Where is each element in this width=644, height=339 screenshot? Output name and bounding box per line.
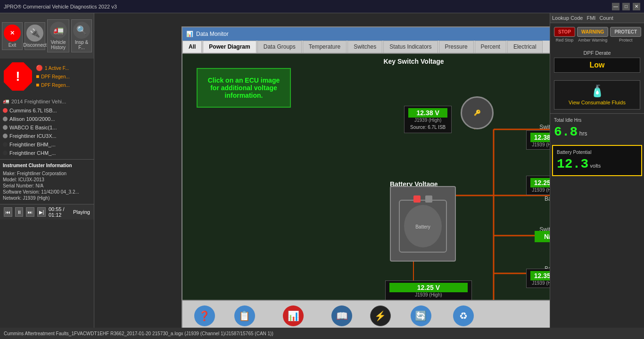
electrical-tips-button[interactable]: ⚡ Electrical Tips [362,304,399,328]
tab-all[interactable]: All [182,41,202,53]
connector-info-icon: ❓ [194,305,215,326]
ecu-item-wabco[interactable]: WABCO E Basic(1... [2,123,92,132]
ecu-item-icu[interactable]: Freightliner ICU3X... [2,132,92,140]
red-stop-status: STOP Red Stop [554,27,575,42]
vehicle-icon: 🚛 [3,98,9,104]
battery-voltage-value: 12.25 V [389,283,468,292]
fmi-assistance-icon: 📋 [234,305,255,326]
count-label: Count [599,15,613,21]
disconnect-icon: 🔌 [26,25,43,42]
fluids-button[interactable]: 🧴 View Consumable Fluids [554,80,640,110]
pause-button[interactable]: ⏸ [15,207,24,217]
alert-dpf1: ■ DPF Regen... [36,73,70,80]
warning-container: ! 🔴 1 Active F... ■ DPF Regen... ■ DPF R… [0,59,94,94]
industry-terms-button[interactable]: 📖 Industry Terms [322,304,361,328]
dpf-section: DPF Derate Low [550,46,644,76]
svg-text:Battery: Battery [415,224,430,229]
ecu-item-chm[interactable]: Freightliner CHM_... [2,149,92,157]
tab-percent[interactable]: Percent [475,41,506,53]
window-controls: — □ ✕ [612,3,640,10]
forward-button[interactable]: ⏭ [26,207,34,217]
inspect-label: Insp & F... [74,40,89,50]
fmi-assistance-button[interactable]: 📋 FMI Assistance [225,304,264,328]
vehicle-history-icon: 🚛 [50,22,67,39]
warning-octagon: ! [4,62,32,91]
fmi-assistance-label: FMI Assistance [229,327,261,328]
icu-battery-value: 12.35 V [530,271,550,280]
maximize-button[interactable]: □ [622,3,630,10]
ecu-item-cummins[interactable]: Cummins 6.7L ISB... [2,106,92,115]
cluster-serial: Serial Number: N/A [3,183,91,189]
modal-tabs: All Power Diagram Data Groups Temperatur… [182,41,550,54]
ecu-dot-chm [3,151,8,155]
alert-dpf2: ■ DPF Regen... [36,81,70,89]
exit-button[interactable]: ✕ Exit [2,22,23,50]
status-text: Cummins Aftertreatment Faults_1FVACWDT1E… [4,331,273,336]
key-switch-voltage-box: 12.38 V J1939 (High) Source: 6.7L ISB [404,106,452,133]
alert-icon-dpf2: ■ [36,82,39,88]
battery-source: Source: 6.7L ISB [389,298,468,300]
electrical-tips-icon: ⚡ [370,305,391,326]
battery-potential-unit: volts [590,163,601,169]
ecu-item-bhm[interactable]: Freightliner BHM_... [2,140,92,149]
playback-time: 00:55 / 01:12 [49,206,70,218]
step-button[interactable]: ▶| [37,207,46,217]
tab-pressure[interactable]: Pressure [439,41,474,53]
battery-section: Battery Potential 12.3 volts [552,145,642,176]
battery-potential-label: Battery Potential [557,150,637,155]
regen-zone-label: Regen Zone Info [403,327,438,328]
close-button[interactable]: ✕ [633,3,640,10]
battery-voltage-bottom-box: 12.25 V J1939 (High) Source: 6.7L ISB Pl… [385,280,472,300]
fmi-label: FMI [586,15,595,21]
fault-status-button[interactable]: 📊 Fault Status Assistance [265,304,322,328]
tab-data-groups[interactable]: Data Groups [257,41,302,53]
tab-power-diagram[interactable]: Power Diagram [203,41,256,53]
ecu-item-allison[interactable]: Allison 1000/2000... [2,115,92,123]
tab-electrical[interactable]: Electrical [507,41,543,53]
modal-title: 📊 Data Monitor [186,31,229,37]
epa-assistance-button[interactable]: ♻ EPA Assistance [443,304,483,328]
diagram-title: Key Switch Voltage [383,58,444,65]
icu-battery-box: 12.35 V J1939 (High) [526,269,550,288]
protect-label: Protect [619,38,633,42]
disconnect-button[interactable]: 🔌 Disconnect [25,22,45,50]
vehicle-history-label: Vehicle History [50,40,66,50]
alert-list: 🔴 1 Active F... ■ DPF Regen... ■ DPF Reg… [36,64,70,89]
tab-status-indicators[interactable]: Status Indicators [383,41,438,53]
cummins-battery-box: 12.25 V J1939 (High) [526,176,550,195]
red-stop-icon: STOP [554,27,575,37]
protect-icon: PROTECT [610,27,641,37]
battery-voltage-label2: J1939 (High) [389,292,468,297]
connector-info-label: Connector Info [189,327,220,328]
cummins-battery-label: J1939 (High) [530,187,550,193]
red-stop-label: Red Stop [556,38,574,42]
ecu-dot-bhm [3,142,8,147]
tab-temperature[interactable]: Temperature [303,41,347,53]
battery-image[interactable]: Battery [390,186,456,262]
modal-icon: 📊 [186,31,193,37]
dpf-value: Low [554,58,640,73]
key-switch-image: 🔑 [461,96,494,129]
industry-terms-label: Industry Terms [326,327,357,328]
electrical-tips-label: Electrical Tips [366,327,395,328]
sidebar: ✕ Exit 🔌 Disconnect 🚛 Vehicle History 🔍 … [0,13,94,328]
alert-icon-faults: 🔴 [36,65,43,71]
inspect-button[interactable]: 🔍 Insp & F... [71,19,92,52]
lookup-bar: Lookup Code FMI Count [550,13,644,23]
cluster-model: Model: ICU3X-2013 [3,177,91,183]
alert-icon-dpf1: ■ [36,73,39,80]
tab-switches[interactable]: Switches [347,41,382,53]
rewind-button[interactable]: ⏮ [4,207,12,217]
key-switch-source: Source: 6.7L ISB [408,124,447,131]
connector-info-button[interactable]: ❓ Connector Info [185,304,224,328]
fluids-icon: 🧴 [558,85,636,98]
minimize-button[interactable]: — [612,3,619,10]
click-instruction: Click on an ECU image for additional vol… [197,68,291,108]
fault-status-icon: 📊 [283,305,304,326]
amber-warning-label: Amber Warning [578,38,607,42]
vehicle-history-button[interactable]: 🚛 Vehicle History [47,19,69,52]
regen-zone-button[interactable]: 🔄 Regen Zone Info [399,304,442,328]
cluster-network: Network: J1939 (High) [3,195,91,201]
ecu-section: 🚛 2014 Freightliner Vehi... Cummins 6.7L… [0,94,94,159]
ecu-dot-icu [3,134,8,138]
